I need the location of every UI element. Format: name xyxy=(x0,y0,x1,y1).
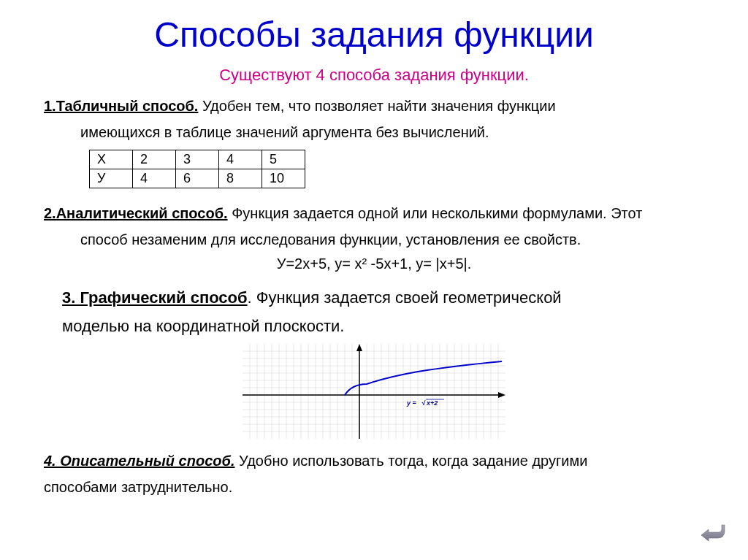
function-graph: y = √ x+2 xyxy=(243,344,505,439)
equation-label: y = xyxy=(406,399,417,407)
method1-text1: Удобен тем, что позволяет найти значения… xyxy=(198,98,555,114)
svg-text:x+2: x+2 xyxy=(426,399,438,407)
svg-marker-47 xyxy=(498,392,505,398)
method2-text1: Функция задается одной или несколькими ф… xyxy=(228,205,643,221)
method4-line2: способами затруднительно. xyxy=(44,477,704,497)
curve xyxy=(345,361,502,395)
method4-line1: 4. Описательный способ. Удобно использов… xyxy=(44,450,704,471)
method1-line1: 1.Табличный способ. Удобен тем, что позв… xyxy=(44,96,704,116)
method2-formulas: У=2х+5, у= х² -5х+1, у= |х+5|. xyxy=(44,256,704,272)
method3-line2: моделью на координатной плоскости. xyxy=(44,315,704,338)
method3-line1: 3. Графический способ. Функция задается … xyxy=(44,287,704,310)
slide-content: Способы задания функции Существуют 4 спо… xyxy=(0,0,748,560)
table-cell: 5 xyxy=(262,150,305,169)
svg-marker-48 xyxy=(356,344,362,351)
method4-text1: Удобно использовать тогда, когда задание… xyxy=(234,453,587,469)
table-cell: 8 xyxy=(219,169,262,188)
table-cell: 10 xyxy=(262,169,305,188)
table-cell: 4 xyxy=(219,150,262,169)
method3-heading: 3. Графический способ xyxy=(62,288,248,307)
method1-heading: 1.Табличный способ. xyxy=(44,98,198,114)
data-table: Х 2 3 4 5 У 4 6 8 10 xyxy=(89,150,305,188)
table-row: Х 2 3 4 5 xyxy=(90,150,305,169)
table-row: У 4 6 8 10 xyxy=(90,169,305,188)
table-cell: Х xyxy=(90,150,133,169)
page-title: Способы задания функции xyxy=(44,15,704,55)
method2-line2: способ незаменим для исследования функци… xyxy=(44,229,704,250)
table-cell: 4 xyxy=(133,169,176,188)
table-cell: 2 xyxy=(133,150,176,169)
graph-container: y = √ x+2 xyxy=(44,344,704,442)
method3-text1: . Функция задается своей геометрической xyxy=(248,288,562,307)
method2-heading: 2.Аналитический способ. xyxy=(44,205,228,221)
table-cell: 6 xyxy=(176,169,219,188)
table-cell: У xyxy=(90,169,133,188)
table-cell: 3 xyxy=(176,150,219,169)
method2-line1: 2.Аналитический способ. Функция задается… xyxy=(44,203,704,223)
return-icon[interactable] xyxy=(697,522,726,545)
subtitle: Существуют 4 способа задания функции. xyxy=(44,66,704,85)
method4-heading: 4. Описательный способ. xyxy=(44,453,234,469)
method1-line2: имеющихся в таблице значений аргумента б… xyxy=(44,122,704,142)
